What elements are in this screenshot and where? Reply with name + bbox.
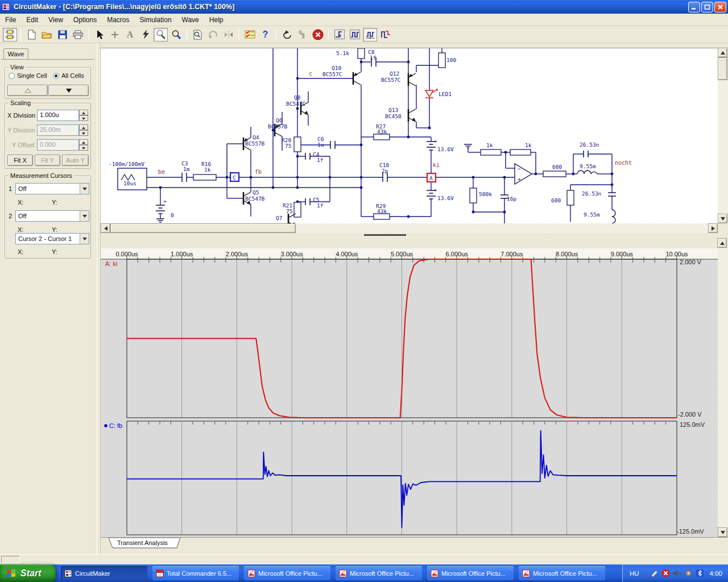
spin-up-icon[interactable] bbox=[79, 124, 88, 130]
parts-browser-button[interactable] bbox=[3, 28, 17, 41]
radio-all-cells[interactable]: All Cells bbox=[53, 72, 84, 79]
waveform-square-button[interactable] bbox=[348, 28, 362, 41]
mixed-signal-button[interactable] bbox=[378, 28, 392, 41]
menu-help[interactable]: Help bbox=[204, 14, 229, 26]
options-wrench-button[interactable] bbox=[295, 28, 309, 41]
menu-view[interactable]: View bbox=[43, 14, 68, 26]
wave-scroll-up-button[interactable] bbox=[717, 238, 727, 248]
taskbar-item-circuitmaker[interactable]: CircuitMaker bbox=[61, 566, 147, 580]
bluetooth-icon[interactable] bbox=[696, 569, 704, 577]
splitter-handle[interactable] bbox=[364, 234, 406, 236]
taskbar-clock[interactable]: 4:00 bbox=[710, 570, 722, 577]
x-division-input[interactable]: 1.000u bbox=[37, 110, 79, 121]
trace-c-label[interactable]: C: fb bbox=[109, 422, 122, 429]
cursor1-select[interactable]: Off bbox=[15, 183, 89, 194]
spin-down-icon[interactable] bbox=[79, 130, 88, 136]
wave-vscrollbar[interactable] bbox=[718, 248, 728, 537]
zoom-tool-button[interactable] bbox=[169, 28, 183, 41]
menu-options[interactable]: Options bbox=[68, 14, 102, 26]
taskbar-item-total-commander[interactable]: Total Commander 6.5... bbox=[152, 566, 239, 580]
scroll-corner bbox=[718, 223, 728, 233]
radio-single-cell-icon[interactable] bbox=[9, 73, 15, 79]
waveform-analysis-button[interactable] bbox=[363, 28, 377, 41]
taskbar-item-office-picture-2[interactable]: Microsoft Office Pictu... bbox=[336, 566, 422, 580]
time-tick-label: 8.000us bbox=[556, 251, 578, 257]
y-offset-spinner[interactable] bbox=[79, 139, 88, 151]
text-tool-button[interactable]: A bbox=[123, 28, 137, 41]
digital-switch-button[interactable] bbox=[243, 28, 257, 41]
menu-macros[interactable]: Macros bbox=[102, 14, 134, 26]
volume-icon[interactable] bbox=[673, 569, 681, 577]
taskbar-item-office-picture-1[interactable]: Microsoft Office Pictu... bbox=[244, 566, 330, 580]
scroll-right-button[interactable] bbox=[708, 223, 718, 233]
panel-splitter[interactable] bbox=[97, 43, 101, 554]
stop-simulation-button[interactable] bbox=[311, 28, 325, 41]
spin-down-icon[interactable] bbox=[79, 145, 88, 151]
menu-file[interactable]: File bbox=[0, 14, 21, 26]
waveform-step-button[interactable] bbox=[332, 28, 346, 41]
cell-up-button[interactable] bbox=[7, 85, 48, 96]
scroll-up-button[interactable] bbox=[718, 48, 727, 57]
hscroll-thumb[interactable] bbox=[110, 223, 296, 233]
title-bar[interactable]: CircuitMaker - [C:\Program Files\...\nag… bbox=[0, 0, 728, 14]
dropdown-arrow-icon[interactable] bbox=[80, 184, 89, 194]
cursor-diff-select[interactable]: Cursor 2 - Cursor 1 bbox=[15, 233, 89, 244]
probe-tool-button[interactable] bbox=[154, 28, 168, 41]
dropdown-arrow-icon[interactable] bbox=[80, 211, 89, 221]
mirror-button[interactable] bbox=[221, 28, 235, 41]
menu-wave[interactable]: Wave bbox=[177, 14, 204, 26]
y-division-spinner[interactable] bbox=[79, 124, 88, 136]
cell-down-button[interactable] bbox=[48, 85, 89, 96]
vscroll-thumb[interactable] bbox=[718, 57, 727, 80]
rotate-button[interactable] bbox=[206, 28, 220, 41]
wave-scroll-down-button[interactable] bbox=[718, 527, 727, 537]
tab-wave[interactable]: Wave bbox=[3, 48, 28, 60]
schematic-gap bbox=[101, 43, 728, 48]
cursor2-select[interactable]: Off bbox=[15, 210, 89, 222]
help-button[interactable]: ? bbox=[258, 28, 272, 41]
fit-x-button[interactable]: Fit X bbox=[7, 155, 33, 166]
y-offset-input[interactable]: 0.000 bbox=[37, 139, 79, 151]
select-arrow-button[interactable] bbox=[92, 28, 106, 41]
cursor-arrow-icon bbox=[95, 30, 104, 40]
menu-simulation[interactable]: Simulation bbox=[135, 14, 177, 26]
tab-transient-analysis[interactable]: Transient Analysis bbox=[103, 538, 194, 549]
trace-a-label[interactable]: A: ki bbox=[105, 260, 117, 267]
menu-edit[interactable]: Edit bbox=[21, 14, 43, 26]
security-alert-icon[interactable] bbox=[661, 569, 670, 577]
restore-button[interactable] bbox=[701, 2, 713, 13]
taskbar-item-office-picture-3[interactable]: Microsoft Office Pictu... bbox=[427, 566, 514, 580]
radio-single-cell[interactable]: Single Cell bbox=[9, 72, 47, 79]
close-button[interactable] bbox=[714, 2, 726, 13]
panel-a-max-label: 2.000 V bbox=[680, 259, 702, 265]
x-division-spinner[interactable] bbox=[79, 110, 88, 121]
spin-up-icon[interactable] bbox=[79, 110, 88, 115]
scroll-left-button[interactable] bbox=[101, 223, 110, 233]
zoom-page-button[interactable] bbox=[191, 28, 205, 41]
language-indicator[interactable]: HU bbox=[630, 570, 639, 577]
tool-bar: A bbox=[0, 26, 728, 43]
radio-all-cells-icon[interactable] bbox=[53, 73, 59, 79]
pen-tablet-icon[interactable] bbox=[650, 569, 659, 577]
scroll-down-button[interactable] bbox=[718, 214, 727, 223]
waveform-plot[interactable]: 0.000us1.000us2.000us3.000us4.000us5.000… bbox=[101, 248, 718, 537]
spin-up-icon[interactable] bbox=[79, 139, 88, 145]
spin-down-icon[interactable] bbox=[79, 115, 88, 121]
wire-plus-button[interactable] bbox=[107, 28, 122, 41]
dropdown-arrow-icon[interactable] bbox=[80, 234, 89, 244]
schematic-canvas[interactable]: −+ 5.1kC81f100Q10BC557CQ12BC557CcQ8BC547… bbox=[101, 48, 718, 223]
print-button[interactable] bbox=[71, 28, 85, 41]
y-division-input[interactable]: 25.00m bbox=[37, 124, 79, 136]
reset-button[interactable] bbox=[280, 28, 294, 41]
taskbar-item-office-picture-4[interactable]: Microsoft Office Pictu... bbox=[519, 566, 605, 580]
audio-device-icon[interactable] bbox=[684, 569, 693, 577]
save-button[interactable] bbox=[55, 28, 69, 41]
new-file-button[interactable] bbox=[24, 28, 39, 41]
auto-y-button[interactable]: Auto Y bbox=[62, 155, 89, 166]
circuit-schematic[interactable]: −+ 5.1kC81f100Q10BC557CQ12BC557CcQ8BC547… bbox=[101, 48, 718, 224]
fit-y-button[interactable]: Fit Y bbox=[35, 155, 60, 166]
open-file-button[interactable] bbox=[40, 28, 54, 41]
minimize-button[interactable] bbox=[688, 2, 700, 13]
start-button[interactable]: Start bbox=[0, 564, 56, 582]
delete-tool-button[interactable] bbox=[138, 28, 152, 41]
